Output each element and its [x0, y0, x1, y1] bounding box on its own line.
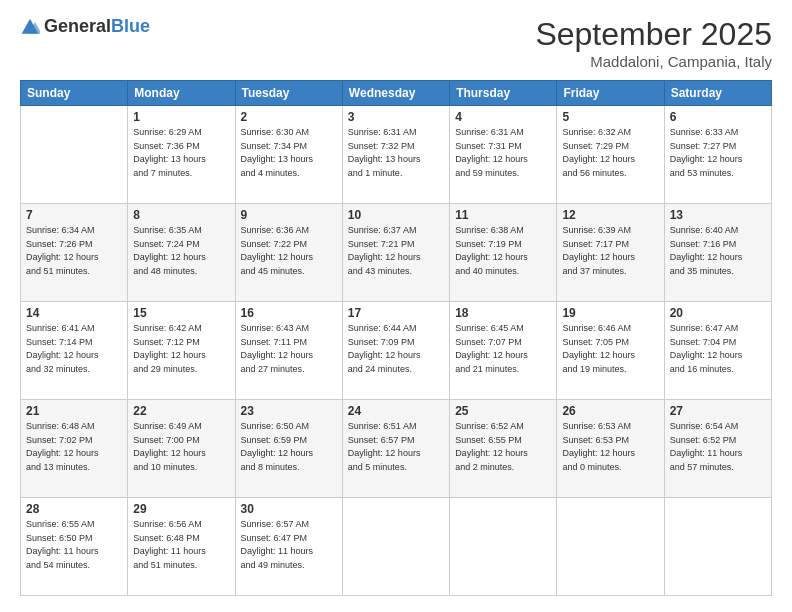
day-info: Sunrise: 6:53 AM Sunset: 6:53 PM Dayligh… — [562, 420, 658, 474]
calendar-cell: 15Sunrise: 6:42 AM Sunset: 7:12 PM Dayli… — [128, 302, 235, 400]
day-number: 29 — [133, 502, 229, 516]
weekday-header: Thursday — [450, 81, 557, 106]
day-info: Sunrise: 6:34 AM Sunset: 7:26 PM Dayligh… — [26, 224, 122, 278]
calendar-week-row: 7Sunrise: 6:34 AM Sunset: 7:26 PM Daylig… — [21, 204, 772, 302]
day-number: 25 — [455, 404, 551, 418]
calendar-cell: 2Sunrise: 6:30 AM Sunset: 7:34 PM Daylig… — [235, 106, 342, 204]
calendar-cell: 23Sunrise: 6:50 AM Sunset: 6:59 PM Dayli… — [235, 400, 342, 498]
day-info: Sunrise: 6:36 AM Sunset: 7:22 PM Dayligh… — [241, 224, 337, 278]
day-info: Sunrise: 6:57 AM Sunset: 6:47 PM Dayligh… — [241, 518, 337, 572]
day-number: 21 — [26, 404, 122, 418]
day-number: 14 — [26, 306, 122, 320]
day-number: 23 — [241, 404, 337, 418]
day-info: Sunrise: 6:49 AM Sunset: 7:00 PM Dayligh… — [133, 420, 229, 474]
day-number: 26 — [562, 404, 658, 418]
calendar-week-row: 28Sunrise: 6:55 AM Sunset: 6:50 PM Dayli… — [21, 498, 772, 596]
calendar-cell: 10Sunrise: 6:37 AM Sunset: 7:21 PM Dayli… — [342, 204, 449, 302]
header-row: SundayMondayTuesdayWednesdayThursdayFrid… — [21, 81, 772, 106]
top-section: GeneralBlue September 2025 Maddaloni, Ca… — [20, 16, 772, 70]
day-info: Sunrise: 6:41 AM Sunset: 7:14 PM Dayligh… — [26, 322, 122, 376]
day-number: 1 — [133, 110, 229, 124]
calendar-cell: 8Sunrise: 6:35 AM Sunset: 7:24 PM Daylig… — [128, 204, 235, 302]
day-info: Sunrise: 6:48 AM Sunset: 7:02 PM Dayligh… — [26, 420, 122, 474]
calendar-cell: 12Sunrise: 6:39 AM Sunset: 7:17 PM Dayli… — [557, 204, 664, 302]
calendar-cell: 20Sunrise: 6:47 AM Sunset: 7:04 PM Dayli… — [664, 302, 771, 400]
day-number: 7 — [26, 208, 122, 222]
calendar-cell: 3Sunrise: 6:31 AM Sunset: 7:32 PM Daylig… — [342, 106, 449, 204]
calendar-cell: 27Sunrise: 6:54 AM Sunset: 6:52 PM Dayli… — [664, 400, 771, 498]
calendar-cell: 30Sunrise: 6:57 AM Sunset: 6:47 PM Dayli… — [235, 498, 342, 596]
weekday-header: Monday — [128, 81, 235, 106]
calendar-cell — [664, 498, 771, 596]
calendar-cell: 7Sunrise: 6:34 AM Sunset: 7:26 PM Daylig… — [21, 204, 128, 302]
day-info: Sunrise: 6:52 AM Sunset: 6:55 PM Dayligh… — [455, 420, 551, 474]
day-number: 9 — [241, 208, 337, 222]
header-right: September 2025 Maddaloni, Campania, Ital… — [535, 16, 772, 70]
calendar-cell: 26Sunrise: 6:53 AM Sunset: 6:53 PM Dayli… — [557, 400, 664, 498]
day-number: 28 — [26, 502, 122, 516]
day-number: 10 — [348, 208, 444, 222]
day-info: Sunrise: 6:45 AM Sunset: 7:07 PM Dayligh… — [455, 322, 551, 376]
day-info: Sunrise: 6:40 AM Sunset: 7:16 PM Dayligh… — [670, 224, 766, 278]
calendar-cell: 29Sunrise: 6:56 AM Sunset: 6:48 PM Dayli… — [128, 498, 235, 596]
logo-general: General — [44, 16, 111, 36]
day-info: Sunrise: 6:44 AM Sunset: 7:09 PM Dayligh… — [348, 322, 444, 376]
day-number: 30 — [241, 502, 337, 516]
calendar-cell: 11Sunrise: 6:38 AM Sunset: 7:19 PM Dayli… — [450, 204, 557, 302]
location: Maddaloni, Campania, Italy — [535, 53, 772, 70]
day-number: 19 — [562, 306, 658, 320]
day-number: 4 — [455, 110, 551, 124]
logo-icon — [20, 17, 40, 37]
logo: GeneralBlue — [20, 16, 150, 37]
calendar-week-row: 21Sunrise: 6:48 AM Sunset: 7:02 PM Dayli… — [21, 400, 772, 498]
day-info: Sunrise: 6:47 AM Sunset: 7:04 PM Dayligh… — [670, 322, 766, 376]
day-info: Sunrise: 6:43 AM Sunset: 7:11 PM Dayligh… — [241, 322, 337, 376]
calendar-week-row: 1Sunrise: 6:29 AM Sunset: 7:36 PM Daylig… — [21, 106, 772, 204]
day-number: 3 — [348, 110, 444, 124]
calendar-table: SundayMondayTuesdayWednesdayThursdayFrid… — [20, 80, 772, 596]
weekday-header: Tuesday — [235, 81, 342, 106]
day-number: 20 — [670, 306, 766, 320]
day-number: 12 — [562, 208, 658, 222]
calendar-cell: 9Sunrise: 6:36 AM Sunset: 7:22 PM Daylig… — [235, 204, 342, 302]
calendar-cell: 19Sunrise: 6:46 AM Sunset: 7:05 PM Dayli… — [557, 302, 664, 400]
day-number: 15 — [133, 306, 229, 320]
calendar-cell: 4Sunrise: 6:31 AM Sunset: 7:31 PM Daylig… — [450, 106, 557, 204]
day-number: 5 — [562, 110, 658, 124]
calendar-cell: 16Sunrise: 6:43 AM Sunset: 7:11 PM Dayli… — [235, 302, 342, 400]
day-info: Sunrise: 6:50 AM Sunset: 6:59 PM Dayligh… — [241, 420, 337, 474]
calendar-cell: 28Sunrise: 6:55 AM Sunset: 6:50 PM Dayli… — [21, 498, 128, 596]
day-info: Sunrise: 6:33 AM Sunset: 7:27 PM Dayligh… — [670, 126, 766, 180]
day-info: Sunrise: 6:56 AM Sunset: 6:48 PM Dayligh… — [133, 518, 229, 572]
calendar-cell: 24Sunrise: 6:51 AM Sunset: 6:57 PM Dayli… — [342, 400, 449, 498]
day-info: Sunrise: 6:46 AM Sunset: 7:05 PM Dayligh… — [562, 322, 658, 376]
day-info: Sunrise: 6:54 AM Sunset: 6:52 PM Dayligh… — [670, 420, 766, 474]
day-info: Sunrise: 6:39 AM Sunset: 7:17 PM Dayligh… — [562, 224, 658, 278]
day-info: Sunrise: 6:31 AM Sunset: 7:31 PM Dayligh… — [455, 126, 551, 180]
day-number: 18 — [455, 306, 551, 320]
day-number: 2 — [241, 110, 337, 124]
day-info: Sunrise: 6:29 AM Sunset: 7:36 PM Dayligh… — [133, 126, 229, 180]
calendar-cell: 22Sunrise: 6:49 AM Sunset: 7:00 PM Dayli… — [128, 400, 235, 498]
weekday-header: Wednesday — [342, 81, 449, 106]
weekday-header: Sunday — [21, 81, 128, 106]
month-title: September 2025 — [535, 16, 772, 53]
calendar-cell — [557, 498, 664, 596]
day-info: Sunrise: 6:55 AM Sunset: 6:50 PM Dayligh… — [26, 518, 122, 572]
day-number: 8 — [133, 208, 229, 222]
weekday-header: Friday — [557, 81, 664, 106]
day-number: 13 — [670, 208, 766, 222]
day-number: 24 — [348, 404, 444, 418]
calendar-cell: 18Sunrise: 6:45 AM Sunset: 7:07 PM Dayli… — [450, 302, 557, 400]
day-info: Sunrise: 6:37 AM Sunset: 7:21 PM Dayligh… — [348, 224, 444, 278]
calendar-cell: 21Sunrise: 6:48 AM Sunset: 7:02 PM Dayli… — [21, 400, 128, 498]
day-info: Sunrise: 6:30 AM Sunset: 7:34 PM Dayligh… — [241, 126, 337, 180]
calendar-cell: 14Sunrise: 6:41 AM Sunset: 7:14 PM Dayli… — [21, 302, 128, 400]
day-number: 6 — [670, 110, 766, 124]
day-number: 16 — [241, 306, 337, 320]
calendar-cell — [450, 498, 557, 596]
day-info: Sunrise: 6:42 AM Sunset: 7:12 PM Dayligh… — [133, 322, 229, 376]
calendar-cell: 6Sunrise: 6:33 AM Sunset: 7:27 PM Daylig… — [664, 106, 771, 204]
calendar-cell: 25Sunrise: 6:52 AM Sunset: 6:55 PM Dayli… — [450, 400, 557, 498]
day-info: Sunrise: 6:31 AM Sunset: 7:32 PM Dayligh… — [348, 126, 444, 180]
